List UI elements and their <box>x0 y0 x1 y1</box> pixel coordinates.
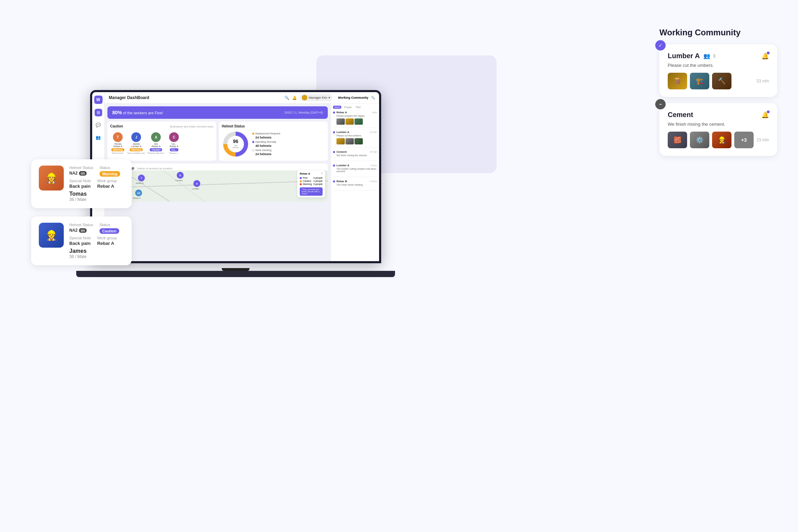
sidebar-chat-icon[interactable]: 💬 <box>95 121 102 129</box>
cement-time: 23 min <box>756 138 769 142</box>
sidebar-home-icon[interactable]: ⊞ <box>95 109 102 116</box>
chip-name-james: JamesLumber A <box>131 143 141 148</box>
chip-tomas[interactable]: T TomasRebar A Warning "Need break." <box>110 132 125 154</box>
caution-section: Caution Brainwave and Daily checklist ba… <box>107 122 216 161</box>
feed-item-lumber-a-2[interactable]: Lumber A 1 hour The lumber cutting locat… <box>333 164 377 177</box>
feed-item-header: Cement 25 min <box>333 150 377 153</box>
worker-card-james[interactable]: 👷 Helmet Status NA2 on Status Caution <box>31 216 132 265</box>
map-pin-label-lumber: Lumber <box>192 188 199 190</box>
banner-text: 80% of the workers are Fine! <box>112 110 163 115</box>
bell-dot-cement <box>767 110 770 113</box>
chip-badge-tomas: Warning <box>111 148 124 151</box>
feed-img <box>354 118 363 125</box>
status-badge-warning: Warning <box>99 170 120 177</box>
laptop-inner: W ⊞ 💬 👥 Manager DashBoard 🔍 🔔 <box>92 92 379 261</box>
tab-people[interactable]: People <box>343 106 353 109</box>
chip-note-are: "Require attention." <box>147 152 165 154</box>
banner-date: 2020.7-1, Monday (GMT+9) <box>284 111 323 114</box>
chip-avatar-are: A <box>151 132 161 142</box>
feed-item-rebar-b[interactable]: Rebar B 7 hours The rebar frame welding <box>333 180 377 190</box>
laptop-screen: W ⊞ 💬 👥 Manager DashBoard 🔍 🔔 <box>90 90 381 263</box>
chip-other[interactable]: C Ca...Rebar A Ca... "Require..." <box>166 132 182 154</box>
feed-desc: The lumber cutting location has been sec… <box>336 168 377 172</box>
helmet-section: Helmet Status <box>219 122 328 161</box>
feed-title: Lumber A <box>336 131 349 134</box>
feed-item-rebar-a-now[interactable]: Rebar A Now Please prepare the regars. <box>333 111 377 128</box>
worker-age-james: 36 / Male <box>69 254 124 259</box>
people-icon: 👥 <box>703 53 710 59</box>
feed-img <box>345 138 354 144</box>
caution-helmet-row: Caution Brainwave and Daily checklist ba… <box>107 122 328 161</box>
feed-title: Lumber A <box>336 164 349 167</box>
avatar-james: 👷 <box>39 223 64 248</box>
chip-note-james: "Very unstable now." <box>127 152 146 154</box>
svg-text:96: 96 <box>233 139 238 144</box>
lumber-img-2: 🏗️ <box>690 73 709 89</box>
helmet-title: Helmet Status <box>222 124 325 128</box>
sidebar-team-icon[interactable]: 👥 <box>95 134 102 141</box>
helmet-status-label: Helmet Status <box>69 166 93 170</box>
donut-operating: Operating Normally <box>252 141 280 143</box>
chip-avatar-james: J <box>131 132 141 142</box>
condition-map: Condition Map Status of workers by locat… <box>107 163 328 202</box>
search-icon[interactable]: 🔍 <box>284 96 289 100</box>
feed-img <box>336 118 345 125</box>
feed-time: 7 hours <box>369 180 377 183</box>
special-note-value-j: Back pain <box>69 241 91 246</box>
dash-header: Manager DashBoard 🔍 🔔 Manager Kim ▾ Work… <box>105 92 379 104</box>
chip-note-other: "Require..." <box>169 152 179 154</box>
user-name: Manager Kim <box>309 96 327 99</box>
laptop: W ⊞ 💬 👥 Manager DashBoard 🔍 🔔 <box>90 90 381 277</box>
lumber-a-title: Lumber A <box>668 52 700 60</box>
community-card-cement[interactable]: − Cement 🔔 We finish mixing the cement. … <box>659 103 777 156</box>
map-pin-rebar-a[interactable]: 10 <box>135 189 142 196</box>
tab-plan[interactable]: Plan <box>354 106 362 109</box>
rp-header: Work People Plan <box>333 106 377 109</box>
bell-icon-header[interactable]: 🔔 <box>292 96 297 100</box>
bell-wrapper[interactable]: 🔔 <box>761 52 769 60</box>
cement-desc: We finish mixing the cement. <box>668 122 769 127</box>
map-pin-cement[interactable]: 8 <box>177 172 184 179</box>
worker-info-james: Helmet Status NA2 on Status Caution <box>69 223 124 259</box>
status-label: Status <box>99 166 120 170</box>
feed-item-header: Rebar B 7 hours <box>333 180 377 183</box>
worker-name-james: James <box>69 248 124 254</box>
special-note-value: Back pain <box>69 184 91 189</box>
chip-name-tomas: TomasRebar A <box>113 143 122 148</box>
worker-info-tomas: Helmet Status NA2 on Status Warning <box>69 166 124 202</box>
status-banner: 80% of the workers are Fine! 2020.7-1, M… <box>107 106 328 119</box>
map-pin-rebar-b[interactable]: 7 <box>138 175 145 181</box>
donut-checking: Need checking <box>252 149 280 151</box>
dot-operating <box>252 141 254 143</box>
community-card-lumber-a[interactable]: ✓ Lumber A 👥 3 🔔 Please cut the umbers. … <box>659 44 777 97</box>
dashboard-title: Manager DashBoard <box>109 95 149 100</box>
user-chip[interactable]: Manager Kim ▾ <box>300 94 333 101</box>
worker-name-tomas: Tomas <box>69 191 124 197</box>
laptop-notch <box>222 268 249 271</box>
feed-title: Cement <box>336 150 347 153</box>
dash-center: 80% of the workers are Fine! 2020.7-1, M… <box>105 104 331 261</box>
feed-item-lumber-a[interactable]: Lumber A 10 min Please cut the lumbers. <box>333 131 377 148</box>
rp-dot <box>333 131 335 133</box>
replacement-count: 24 helmets <box>255 136 280 139</box>
map-pin-label-rebar-b: Rebar B <box>136 182 143 184</box>
lumber-img-1: 🪵 <box>668 73 687 89</box>
minus-badge: − <box>655 99 666 109</box>
rp-dot <box>333 112 335 114</box>
search-icon-wc[interactable]: 🔍 <box>371 96 375 99</box>
rp-tabs[interactable]: Work People Plan <box>333 106 362 109</box>
bell-wrapper-cement[interactable]: 🔔 <box>761 111 769 119</box>
worker-card-tomas[interactable]: 👷 Helmet Status NA2 on Status Warning <box>31 159 132 208</box>
feed-item-header: Rebar A Now <box>333 111 377 114</box>
svg-line-8 <box>107 181 328 188</box>
chip-are[interactable]: A AreRebar A Caution "Require attention.… <box>147 132 165 154</box>
feed-item-cement[interactable]: Cement 25 min We finish mixing the cemen… <box>333 150 377 161</box>
special-note-label-j: Special Note <box>69 236 91 240</box>
map-pin-lumber[interactable]: 4 <box>193 180 200 187</box>
chip-james[interactable]: J JamesLumber A Warning "Very unstable n… <box>127 132 146 154</box>
bell-dot <box>767 52 770 54</box>
wc-title-header: Working Community <box>338 96 368 99</box>
tab-work[interactable]: Work <box>333 106 341 109</box>
dash-content: 80% of the workers are Fine! 2020.7-1, M… <box>105 104 379 261</box>
chip-badge-other: Ca... <box>170 148 178 151</box>
